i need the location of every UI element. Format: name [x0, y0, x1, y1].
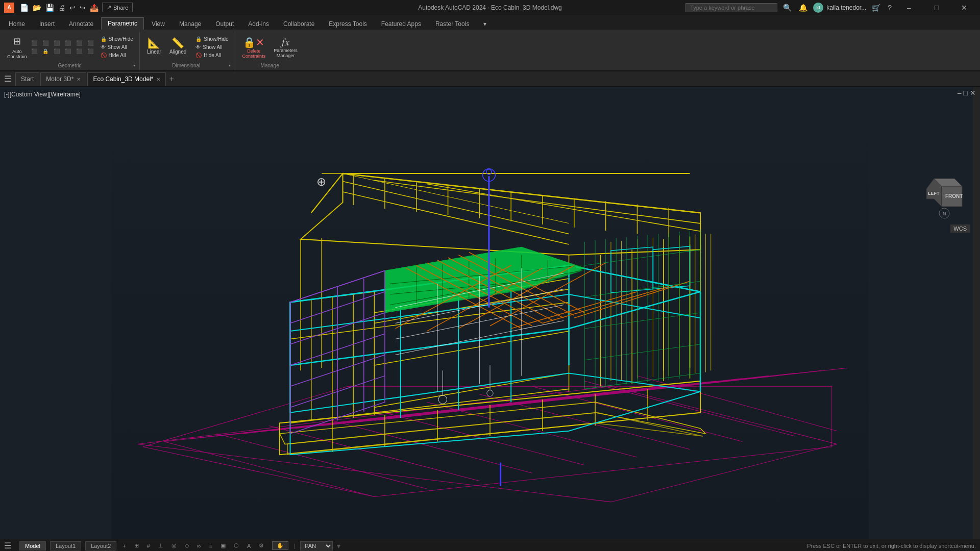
tab-parametric[interactable]: Parametric [101, 17, 144, 30]
svg-text:N: N [943, 211, 946, 216]
add-layout-button[interactable]: + [120, 543, 128, 549]
separator: | [293, 543, 295, 549]
tab-motor3d[interactable]: Motor 3D* ✕ [40, 72, 86, 86]
search-icon[interactable]: 🔍 [781, 4, 793, 12]
annotate-toggle[interactable]: A [245, 543, 253, 549]
otrack-toggle[interactable]: ∞ [195, 543, 203, 549]
coincident-button[interactable]: ⬛ [29, 39, 39, 47]
minimize-button[interactable]: – [897, 0, 921, 15]
delete-constraints-button[interactable]: 🔒✕ DeleteConstraints [239, 35, 269, 60]
tab-raster[interactable]: Raster Tools [429, 18, 476, 30]
viewport-maximize-button[interactable]: □ [964, 89, 968, 97]
share-arrow-icon: ↗ [107, 4, 111, 11]
grid-toggle[interactable]: # [145, 543, 152, 549]
search-input[interactable] [685, 3, 777, 12]
close-button[interactable]: ✕ [952, 0, 976, 15]
main-area: [-][Custom View][Wireframe] – □ ✕ [0, 87, 980, 539]
tab-output[interactable]: Output [209, 18, 240, 30]
snap-toggle[interactable]: ⊞ [132, 542, 141, 549]
viewport-close-button[interactable]: ✕ [970, 89, 976, 97]
viewport-minimize-button[interactable]: – [958, 89, 962, 97]
layout1-tab[interactable]: Layout1 [50, 541, 81, 550]
linear-button[interactable]: 📐 Linear [144, 35, 164, 56]
statusbar: ☰ Model Layout1 Layout2 + ⊞ # ⊥ ◎ ◇ ∞ ≡ … [0, 539, 980, 551]
mode-select[interactable]: PAN ZOOM ORBIT [300, 541, 333, 550]
tab-addins[interactable]: Add-ins [241, 18, 276, 30]
horizontal-button[interactable]: ⬛ [63, 39, 73, 47]
tab-annotate[interactable]: Annotate [62, 18, 100, 30]
osnap-toggle[interactable]: ◇ [183, 542, 191, 549]
viewport[interactable]: [-][Custom View][Wireframe] – □ ✕ [0, 87, 980, 539]
new-button[interactable]: 📄 [18, 4, 30, 12]
tangent-button[interactable]: ⬛ [74, 39, 84, 47]
transparency-toggle[interactable]: ▣ [218, 542, 228, 549]
dim-show-all-button[interactable]: 👁 Show All [193, 43, 230, 51]
polar-toggle[interactable]: ◎ [169, 542, 179, 549]
tab-extra[interactable]: ▾ [477, 18, 493, 30]
tab-bar: ☰ Start Motor 3D* ✕ Eco Cabin_3D Model* … [0, 71, 980, 87]
mode-dropdown-icon[interactable]: ▾ [337, 542, 340, 550]
dimensional-dropdown-icon[interactable]: ▾ [229, 63, 231, 68]
tab-express[interactable]: Express Tools [322, 18, 373, 30]
share-label: Share [113, 5, 128, 11]
publish-button[interactable]: 📤 [88, 4, 100, 12]
tab-insert[interactable]: Insert [33, 18, 61, 30]
tab-view[interactable]: View [145, 18, 172, 30]
aligned-button[interactable]: 📏 Aligned [166, 35, 189, 56]
statusbar-menu-icon[interactable]: ☰ [4, 541, 11, 550]
geometric-dropdown-icon[interactable]: ▾ [133, 63, 135, 68]
titlebar: A 📄 📂 💾 🖨 ↩ ↪ 📤 ↗ Share Autodesk AutoCAD… [0, 0, 980, 15]
tab-featured[interactable]: Featured Apps [375, 18, 428, 30]
tab-manage[interactable]: Manage [173, 18, 208, 30]
undo-button[interactable]: ↩ [68, 4, 77, 12]
quick-access-toolbar: 📄 📂 💾 🖨 ↩ ↪ 📤 [18, 4, 100, 12]
symmetric-button[interactable]: ⬛ [85, 39, 95, 47]
wcs-label[interactable]: WCS [950, 224, 970, 233]
pan-mode: ✋ [272, 541, 288, 550]
add-tab-button[interactable]: + [169, 74, 174, 84]
right-scrollbar[interactable] [973, 87, 980, 539]
user-area: kt kaila.tenedor... [813, 3, 866, 13]
parallel-button[interactable]: ⬛ [52, 39, 62, 47]
tab-home[interactable]: Home [2, 18, 32, 30]
maximize-button[interactable]: □ [925, 0, 948, 15]
share-button[interactable]: ↗ Share [102, 3, 133, 12]
redo-button[interactable]: ↪ [78, 4, 87, 12]
help-icon[interactable]: ? [886, 4, 893, 12]
auto-constrain-button[interactable]: ⊞ AutoConstrain [6, 35, 28, 60]
cart-icon[interactable]: 🛒 [870, 4, 882, 12]
tab-motor3d-close[interactable]: ✕ [77, 77, 81, 82]
tab-ecocabin[interactable]: Eco Cabin_3D Model* ✕ [87, 72, 166, 86]
geo-hide-all-button[interactable]: 🚫 Hide All [99, 52, 135, 59]
tab-start[interactable]: Start [15, 72, 39, 86]
viewcube[interactable]: FRONT LEFT N [919, 168, 970, 219]
selection-toggle[interactable]: ⬡ [232, 542, 241, 549]
tab-ecocabin-close[interactable]: ✕ [156, 77, 160, 82]
tab-menu-icon[interactable]: ☰ [4, 74, 11, 84]
bell-icon[interactable]: 🔔 [797, 4, 809, 12]
dim-show-hide-button[interactable]: 🔒 Show/Hide [193, 35, 230, 43]
statusbar-right: Press ESC or ENTER to exit, or right-cli… [807, 543, 976, 549]
smooth-button[interactable]: ⬛ [74, 47, 84, 55]
print-button[interactable]: 🖨 [57, 4, 67, 12]
dim-hide-all-button[interactable]: 🚫 Hide All [193, 52, 230, 59]
window-title: Autodesk AutoCAD 2024 · Eco Cabin_3D Mod… [418, 4, 562, 11]
fixed-button[interactable]: 🔒 [40, 47, 51, 55]
parameters-manager-button[interactable]: 𝑓𝑥 ParametersManager [271, 35, 301, 60]
layout2-tab[interactable]: Layout2 [85, 541, 116, 550]
geo-show-hide-button[interactable]: 🔒 Show/Hide [99, 35, 135, 43]
perpendicular-button[interactable]: ⬛ [52, 47, 62, 55]
lineweight-toggle[interactable]: ≡ [207, 543, 214, 549]
ortho-toggle[interactable]: ⊥ [156, 542, 165, 549]
concentric-button[interactable]: ⬛ [40, 39, 51, 47]
tab-collaborate[interactable]: Collaborate [277, 18, 321, 30]
workspace-toggle[interactable]: ⚙ [257, 542, 266, 549]
collinear-button[interactable]: ⬛ [29, 47, 39, 55]
save-button[interactable]: 💾 [44, 4, 56, 12]
equal-button[interactable]: ⬛ [85, 47, 95, 55]
model-tab[interactable]: Model [19, 541, 46, 550]
open-button[interactable]: 📂 [31, 4, 43, 12]
geo-show-all-button[interactable]: 👁 Show All [99, 43, 135, 51]
vertical-button[interactable]: ⬛ [63, 47, 73, 55]
username: kaila.tenedor... [826, 4, 866, 11]
